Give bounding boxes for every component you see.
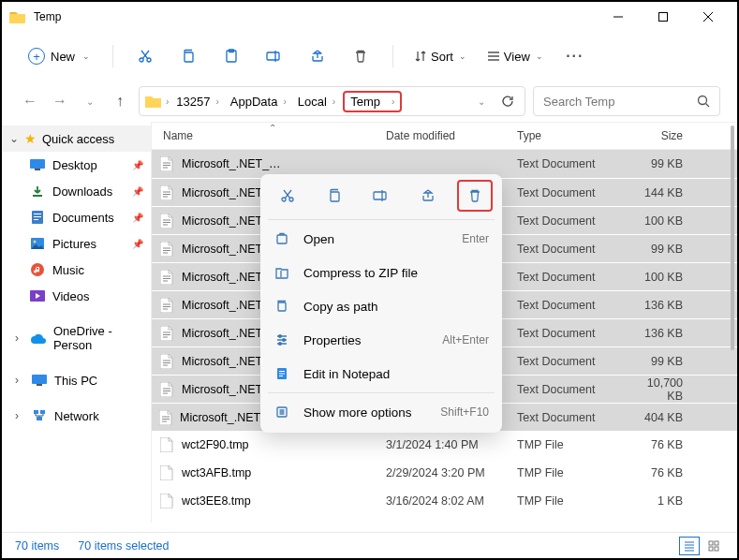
file-icon: [159, 270, 174, 285]
navigation-row: ← → ⌄ ↑ › 13257› AppData› Local› Temp› ⌄…: [2, 81, 737, 122]
paste-button[interactable]: [213, 38, 250, 74]
ctx-share-button[interactable]: [410, 180, 446, 212]
zip-icon: [273, 266, 290, 279]
file-size: 99 KB: [634, 355, 690, 368]
vertical-scrollbar[interactable]: [726, 125, 737, 519]
svg-rect-18: [30, 159, 45, 169]
file-size: 1 KB: [634, 494, 690, 508]
new-button[interactable]: + New ⌄: [19, 44, 99, 68]
documents-icon: [30, 210, 45, 225]
svg-rect-8: [185, 52, 193, 62]
file-type: TMP File: [517, 438, 634, 451]
minimize-button[interactable]: [597, 3, 640, 31]
file-icon: [159, 156, 174, 171]
search-box[interactable]: Search Temp: [533, 86, 720, 116]
svg-rect-91: [709, 541, 713, 545]
view-button[interactable]: View ⌄: [480, 46, 551, 67]
svg-point-77: [283, 339, 286, 342]
pin-icon: 📌: [132, 213, 143, 223]
ctx-zip[interactable]: Compress to ZIP file: [260, 256, 502, 289]
svg-rect-72: [278, 302, 286, 311]
column-type[interactable]: Type: [517, 129, 634, 142]
more-button[interactable]: ···: [556, 38, 594, 74]
svg-line-17: [706, 104, 710, 108]
nav-root-thispc[interactable]: ›This PC: [2, 367, 151, 393]
ctx-properties[interactable]: PropertiesAlt+Enter: [260, 323, 502, 357]
column-size[interactable]: Size: [634, 129, 690, 142]
file-size: 404 KB: [634, 411, 690, 424]
ctx-cut-button[interactable]: [270, 180, 305, 212]
breadcrumb-item[interactable]: Local›: [294, 93, 339, 111]
file-icon: [159, 185, 174, 200]
breadcrumb-item[interactable]: 13257›: [172, 93, 223, 111]
nav-item-documents[interactable]: Documents📌: [2, 204, 151, 230]
rename-button[interactable]: [256, 38, 293, 74]
back-button[interactable]: ←: [19, 90, 41, 112]
nav-item-downloads[interactable]: Downloads📌: [2, 178, 151, 204]
maximize-button[interactable]: [642, 3, 685, 31]
chevron-down-icon: ⌄: [82, 52, 90, 61]
file-name: Microsoft_.NET_: [182, 186, 269, 199]
file-icon: [159, 437, 174, 452]
file-size: 100 KB: [634, 214, 690, 228]
cut-button[interactable]: [126, 38, 164, 74]
address-dropdown[interactable]: ⌄: [470, 90, 493, 112]
ctx-rename-button[interactable]: [363, 180, 399, 212]
forward-button[interactable]: →: [49, 90, 71, 112]
svg-rect-11: [267, 52, 279, 60]
nav-item-pictures[interactable]: Pictures📌: [2, 230, 151, 257]
file-name: Microsoft_.NET_…: [182, 157, 281, 170]
nav-root-onedrive[interactable]: ›OneDrive - Person: [2, 318, 151, 358]
ctx-notepad[interactable]: Edit in Notepad: [260, 357, 502, 391]
ctx-more[interactable]: Show more optionsShift+F10: [260, 395, 502, 429]
navigation-pane: ⌄ ★ Quick access Desktop📌Downloads📌Docum…: [2, 122, 152, 523]
quick-access-header[interactable]: ⌄ ★ Quick access: [2, 125, 151, 152]
svg-rect-80: [279, 371, 285, 372]
svg-rect-19: [35, 169, 40, 170]
file-type: Text Document: [517, 411, 634, 424]
svg-rect-31: [40, 410, 45, 414]
refresh-button[interactable]: [496, 90, 519, 112]
file-name: Microsoft_.NET_: [182, 214, 269, 228]
nav-item-music[interactable]: Music: [2, 257, 151, 283]
nav-item-videos[interactable]: Videos: [2, 283, 151, 309]
notepad-icon: [273, 367, 290, 380]
copy-button[interactable]: [170, 38, 207, 74]
nav-root-network[interactable]: ›Network: [2, 403, 151, 429]
breadcrumb-item[interactable]: AppData›: [227, 93, 290, 111]
chevron-right-icon: ›: [15, 409, 24, 422]
file-row[interactable]: wct3EE8.tmp3/16/2024 8:02 AMTMP File1 KB: [152, 487, 737, 515]
delete-button[interactable]: [342, 38, 379, 74]
thumbnails-view-toggle[interactable]: [703, 537, 724, 555]
svg-line-7: [141, 51, 148, 59]
close-button[interactable]: [687, 3, 730, 31]
column-date[interactable]: Date modified: [386, 129, 517, 142]
breadcrumb-current[interactable]: Temp›: [343, 91, 402, 112]
status-count: 70 items: [15, 539, 59, 553]
svg-rect-29: [37, 384, 42, 386]
up-button[interactable]: ↑: [109, 90, 131, 112]
details-view-toggle[interactable]: [679, 537, 700, 555]
open-icon: [273, 232, 290, 245]
ctx-copy-button[interactable]: [317, 180, 352, 212]
file-row[interactable]: wct2F90.tmp3/1/2024 1:40 PMTMP File76 KB: [152, 431, 737, 459]
svg-rect-94: [715, 547, 718, 551]
new-label: New: [51, 50, 75, 64]
nav-item-desktop[interactable]: Desktop📌: [2, 152, 151, 178]
address-bar[interactable]: › 13257› AppData› Local› Temp› ⌄: [139, 86, 525, 116]
share-button[interactable]: [299, 38, 336, 74]
ctx-copypath[interactable]: Copy as path: [260, 289, 502, 323]
sort-button[interactable]: Sort ⌄: [406, 46, 474, 67]
file-size: 144 KB: [634, 186, 690, 199]
file-icon: [159, 326, 174, 341]
file-type: TMP File: [517, 494, 634, 508]
ctx-delete-button[interactable]: [457, 180, 493, 212]
file-row[interactable]: wct3AFB.tmp2/29/2024 3:20 PMTMP File76 K…: [152, 459, 737, 487]
file-type: Text Document: [517, 355, 634, 368]
search-placeholder: Search Temp: [543, 95, 614, 109]
ctx-open[interactable]: OpenEnter: [260, 222, 502, 256]
chevron-right-icon[interactable]: ›: [166, 96, 169, 107]
svg-rect-1: [659, 13, 668, 22]
recent-button[interactable]: ⌄: [79, 90, 101, 112]
column-name[interactable]: ⌃Name: [152, 129, 386, 142]
